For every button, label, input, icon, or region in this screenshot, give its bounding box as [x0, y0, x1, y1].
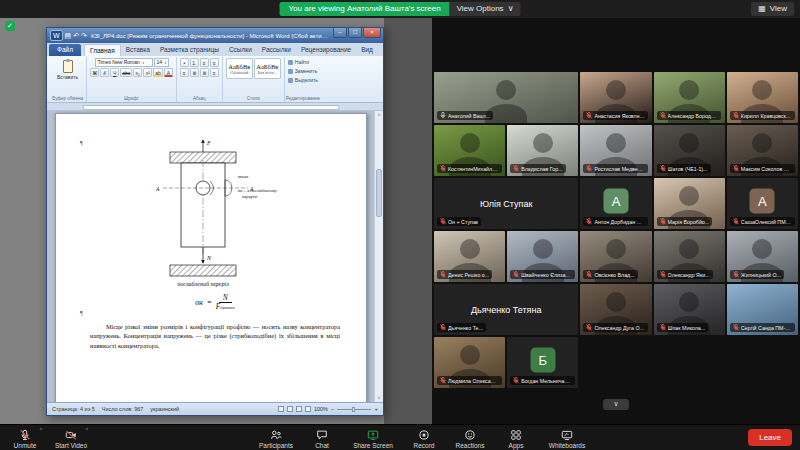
word-window: W ▤ ↶ ↷ КЗІ_ЛР4.doc [Режим ограниченной … — [46, 27, 384, 416]
subscript-button[interactable]: x₂ — [133, 68, 142, 77]
chat-button[interactable]: Chat — [299, 425, 345, 450]
tab-view[interactable]: Вид — [356, 44, 378, 56]
participant-tile[interactable]: Сергій Санда ПМ-2-1 — [727, 284, 798, 335]
participant-tile[interactable]: Олександр Яки... — [654, 231, 725, 282]
reactions-button[interactable]: Reactions — [447, 425, 493, 450]
tab-mailings[interactable]: Рассылки — [257, 44, 296, 56]
participant-tile[interactable]: Анастасия Яковленко — [580, 72, 651, 123]
vertical-scrollbar[interactable]: ˄ ˅ — [374, 111, 383, 402]
participant-tile[interactable]: Марія Воробйо... — [654, 178, 725, 229]
bullets-button[interactable]: • — [180, 58, 189, 67]
font-size-select[interactable]: 14∨ — [154, 58, 169, 67]
paste-button[interactable]: Вставить — [52, 58, 83, 82]
superscript-button[interactable]: x² — [143, 68, 152, 77]
participant-tile[interactable]: Дьяченко Тетяна Дьяченко Те... — [434, 284, 578, 335]
fullscreen-view-icon[interactable] — [287, 406, 293, 412]
italic-button[interactable]: К — [100, 68, 109, 77]
participant-tile[interactable]: Кирилл Кравцовский ОН-... — [727, 72, 798, 123]
close-button[interactable]: × — [363, 28, 381, 38]
unmute-button[interactable]: ^ Unmute — [2, 425, 48, 450]
scroll-up-arrow[interactable]: ˄ — [375, 111, 383, 119]
participant-tile[interactable]: Людмила Олександрі... — [434, 337, 505, 388]
participant-name-badge: Людмила Олександрі... — [437, 376, 502, 385]
replace-button[interactable]: Заменить — [288, 67, 317, 75]
align-left-button[interactable]: ≡ — [200, 58, 209, 67]
ruler[interactable] — [47, 103, 383, 111]
bold-button[interactable]: Ж — [90, 68, 99, 77]
view-options-button[interactable]: View Options∨ — [450, 2, 521, 16]
tab-page-layout[interactable]: Разметка страницы — [155, 44, 224, 56]
web-layout-view-icon[interactable] — [296, 406, 302, 412]
restore-button[interactable]: □ — [348, 28, 362, 38]
participant-tile[interactable]: Анатолий Вашт... — [434, 72, 578, 123]
font-color-button[interactable]: А — [164, 68, 173, 77]
unmute-options-chevron[interactable]: ^ — [40, 427, 42, 433]
select-button[interactable]: Выделить — [288, 76, 318, 84]
start-video-button[interactable]: ^ Start Video — [48, 425, 94, 450]
zoom-slider-thumb[interactable] — [352, 407, 355, 412]
participant-tile[interactable]: Шпак Микола... — [654, 284, 725, 335]
align-right-button[interactable]: ≡ — [180, 68, 189, 77]
participant-tile[interactable]: Максим Соколов ПМ-... — [727, 125, 798, 176]
style-no-spacing[interactable]: АаБбВв Без инте... — [254, 58, 281, 79]
word-title-bar[interactable]: W ▤ ↶ ↷ КЗІ_ЛР4.doc [Режим ограниченной … — [47, 28, 383, 43]
participant-tile[interactable]: Владислав Гор... — [507, 125, 578, 176]
participant-tile[interactable]: КостянтинМихайленко Ю... — [434, 125, 505, 176]
svg-text:σн – в послабленому: σн – в послабленому — [238, 188, 278, 193]
participant-tile[interactable]: Швайченко Єлизавета... — [507, 231, 578, 282]
tab-references[interactable]: Ссылки — [224, 44, 257, 56]
undo-icon[interactable]: ↶ — [73, 31, 79, 40]
strikethrough-button[interactable]: abc — [120, 68, 132, 77]
scroll-down-arrow[interactable]: ˅ — [375, 394, 383, 402]
find-button[interactable]: Найти — [288, 58, 309, 66]
meeting-info-shield-icon[interactable]: ✓ — [5, 21, 15, 31]
participant-tile[interactable]: Овсієнко Влад... — [580, 231, 651, 282]
tab-review[interactable]: Рецензирование — [296, 44, 356, 56]
participant-tile[interactable]: Александр Бородаев ОН-2... — [654, 72, 725, 123]
font-name-select[interactable]: Times New Roman∨ — [95, 58, 153, 67]
leave-button[interactable]: Leave — [748, 429, 792, 446]
minimize-button[interactable]: – — [333, 28, 347, 38]
participant-tile[interactable]: А Антон Дорбидан ОН-2-2... — [580, 178, 651, 229]
participants-button[interactable]: Participants — [253, 425, 299, 450]
participant-tile[interactable]: Юлія Ступак Он + Ступак — [434, 178, 578, 229]
participant-tile[interactable]: Олександр Дуга ОН-2... — [580, 284, 651, 335]
whiteboards-button[interactable]: Whiteboards — [539, 425, 595, 450]
word-count[interactable]: Число слов: 967 — [102, 406, 144, 412]
participant-tile[interactable]: Житницький О... — [727, 231, 798, 282]
gallery-collapse-button[interactable]: ∨ — [603, 399, 629, 410]
justify-button[interactable]: ≣ — [190, 68, 199, 77]
scrollbar-thumb[interactable] — [376, 169, 382, 217]
participant-tile[interactable]: Ростислав Медведев О... — [580, 125, 651, 176]
zoom-slider[interactable] — [337, 409, 371, 410]
numbering-button[interactable]: 1. — [190, 58, 199, 67]
participant-tile[interactable]: Б Богдан Мельничар М... — [507, 337, 578, 388]
save-icon[interactable]: ▤ — [65, 31, 72, 40]
shading-button[interactable]: ≡ — [210, 68, 219, 77]
underline-button[interactable]: Ч — [110, 68, 119, 77]
view-button[interactable]: ▦View — [751, 2, 794, 16]
word-logo-icon[interactable]: W — [50, 30, 63, 41]
tab-file[interactable]: Файл — [49, 44, 81, 56]
outline-view-icon[interactable] — [305, 406, 311, 412]
tab-home[interactable]: Главная — [84, 44, 121, 56]
participant-tile[interactable]: Шатов (ЧЕ1-1)... — [654, 125, 725, 176]
zoom-out-button[interactable]: − — [331, 406, 335, 412]
apps-button[interactable]: Apps — [493, 425, 539, 450]
document-page[interactable]: ¶ ¶ F — [55, 113, 367, 402]
participant-tile[interactable]: А СашаОлексий ПМ-2-1 — [727, 178, 798, 229]
video-options-chevron[interactable]: ^ — [86, 427, 88, 433]
tab-insert[interactable]: Вставка — [121, 44, 155, 56]
participant-tile[interactable]: Денис Решко о... — [434, 231, 505, 282]
record-button[interactable]: Record — [401, 425, 447, 450]
highlight-button[interactable]: ab — [153, 68, 163, 77]
page-indicator[interactable]: Страница: 4 из 5 — [52, 406, 95, 412]
print-layout-view-icon[interactable] — [278, 406, 284, 412]
line-spacing-button[interactable]: ≣ — [200, 68, 209, 77]
share-screen-button[interactable]: Share Screen — [345, 425, 401, 450]
zoom-in-button[interactable]: + — [374, 406, 378, 412]
language-indicator[interactable]: украинский — [150, 406, 179, 412]
style-normal[interactable]: АаБбВв Обычный — [226, 58, 253, 79]
align-center-button[interactable]: ≡ — [210, 58, 219, 67]
zoom-level[interactable]: 100% — [314, 406, 328, 412]
